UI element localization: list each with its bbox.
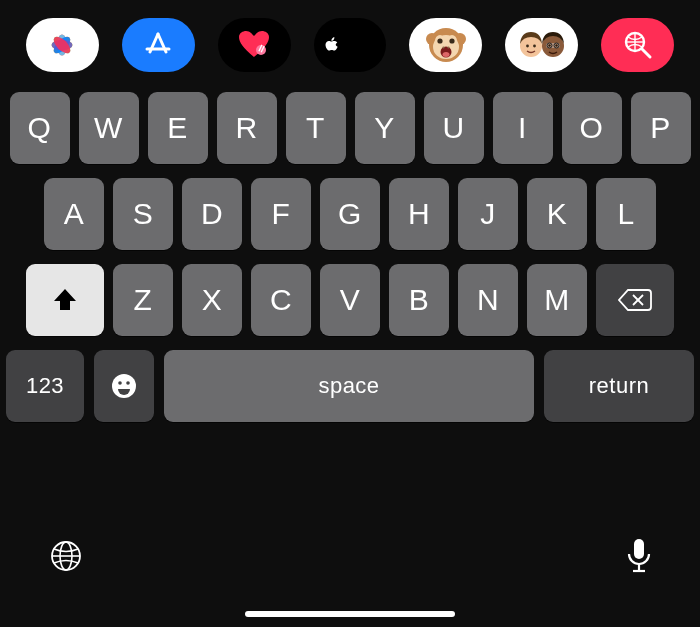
apple-pay-label: Pay [342,34,376,56]
key-t[interactable]: T [286,92,346,164]
key-p[interactable]: P [631,92,691,164]
key-h[interactable]: H [389,178,449,250]
key-l[interactable]: L [596,178,656,250]
key-i[interactable]: I [493,92,553,164]
images-search-icon [622,29,654,61]
keyboard-bottom-bar [0,517,700,627]
key-z[interactable]: Z [113,264,173,336]
imessage-app-strip: Pay [0,0,700,82]
animoji-icon [425,24,467,66]
memoji-icon [517,24,567,66]
appstore-icon [143,30,173,60]
key-r[interactable]: R [217,92,277,164]
emoji-icon [109,371,139,401]
keyboard-row-3: ZXCVBNM [6,264,694,336]
key-g[interactable]: G [320,178,380,250]
key-a[interactable]: A [44,178,104,250]
key-q[interactable]: Q [10,92,70,164]
svg-point-20 [437,38,442,43]
key-f[interactable]: F [251,178,311,250]
keyboard: QWERTYUIOP ASDFGHJKL ZXCVBNM 123 [0,82,700,422]
key-o[interactable]: O [562,92,622,164]
key-k[interactable]: K [527,178,587,250]
key-s[interactable]: S [113,178,173,250]
app-apple-pay[interactable]: Pay [314,18,387,72]
emoji-key[interactable] [94,350,154,422]
svg-point-23 [442,52,449,57]
svg-point-33 [548,44,550,46]
key-j[interactable]: J [458,178,518,250]
app-images-search[interactable] [601,18,674,72]
svg-rect-47 [634,539,644,559]
digital-touch-icon [236,30,272,60]
svg-point-27 [526,45,529,48]
shift-icon [51,286,79,314]
backspace-icon [618,288,652,312]
svg-point-25 [447,46,449,48]
key-y[interactable]: Y [355,92,415,164]
key-v[interactable]: V [320,264,380,336]
app-animoji[interactable] [409,18,482,72]
svg-point-28 [533,45,536,48]
app-digital-touch[interactable] [218,18,291,72]
key-x[interactable]: X [182,264,242,336]
svg-line-38 [642,49,650,57]
key-u[interactable]: U [424,92,484,164]
photos-icon [46,29,78,61]
app-store[interactable] [122,18,195,72]
app-photos[interactable] [26,18,99,72]
keyboard-row-1: QWERTYUIOP [6,92,694,164]
svg-point-42 [118,381,122,385]
key-w[interactable]: W [79,92,139,164]
key-c[interactable]: C [251,264,311,336]
key-b[interactable]: B [389,264,449,336]
svg-point-34 [555,44,557,46]
shift-key[interactable] [26,264,104,336]
key-e[interactable]: E [148,92,208,164]
key-m[interactable]: M [527,264,587,336]
key-d[interactable]: D [182,178,242,250]
home-indicator[interactable] [245,611,455,617]
microphone-icon [626,537,652,575]
app-memoji[interactable] [505,18,578,72]
return-key[interactable]: return [544,350,694,422]
dictation-key[interactable] [626,537,652,579]
numbers-key[interactable]: 123 [6,350,84,422]
apple-logo-icon [325,37,339,53]
globe-icon [48,538,84,574]
space-key[interactable]: space [164,350,534,422]
svg-point-21 [449,38,454,43]
key-n[interactable]: N [458,264,518,336]
globe-key[interactable] [48,538,84,578]
backspace-key[interactable] [596,264,674,336]
svg-point-24 [442,46,444,48]
keyboard-row-4: 123 space return [6,350,694,422]
keyboard-row-2: ASDFGHJKL [6,178,694,250]
svg-point-43 [126,381,130,385]
